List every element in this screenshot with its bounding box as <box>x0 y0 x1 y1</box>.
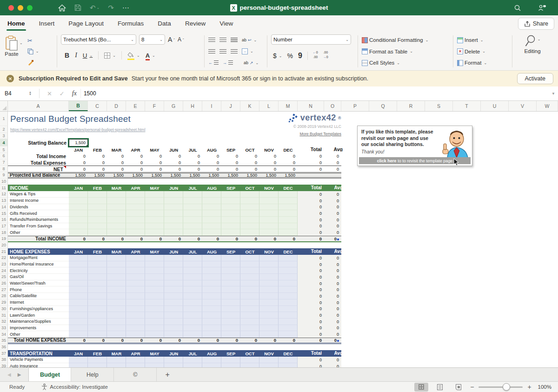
format-cells-button[interactable]: Format⌄ <box>457 58 508 68</box>
cell[interactable] <box>69 198 88 204</box>
cell[interactable]: 0 <box>88 153 107 159</box>
cell[interactable] <box>145 325 164 332</box>
name-box-stepper[interactable]: ▲▼ <box>29 91 32 96</box>
cell[interactable]: 0 <box>69 166 88 172</box>
row-filler[interactable] <box>341 242 558 249</box>
row-header-3[interactable]: 3 <box>0 133 8 139</box>
cell[interactable] <box>126 255 145 261</box>
cell[interactable] <box>259 319 279 325</box>
row-filler[interactable] <box>341 172 558 179</box>
cell[interactable]: Total Expenses <box>8 159 69 166</box>
align-right-icon[interactable] <box>231 49 238 54</box>
formula-bar-expand-icon[interactable]: ▼ <box>551 92 555 96</box>
cell[interactable] <box>183 261 202 268</box>
cell[interactable]: 0 <box>88 236 107 241</box>
cell[interactable] <box>279 357 298 363</box>
tab-page-layout[interactable]: Page Layout <box>68 15 104 32</box>
column-header-L[interactable]: L <box>259 101 279 111</box>
align-top-icon[interactable] <box>208 38 215 42</box>
row-filler[interactable] <box>341 306 558 312</box>
cell[interactable] <box>69 210 88 217</box>
cell[interactable]: JUL <box>183 146 202 153</box>
cell[interactable] <box>183 293 202 299</box>
cell[interactable] <box>240 217 259 223</box>
cell[interactable] <box>145 274 164 280</box>
sheet-tab-help[interactable]: Help <box>71 368 114 381</box>
font-color-button[interactable]: A ⌄ <box>146 50 155 60</box>
cell[interactable]: DEC <box>279 185 298 191</box>
cell[interactable]: FEB <box>88 185 107 191</box>
cell[interactable]: 0 <box>324 191 341 198</box>
cell[interactable] <box>107 312 126 319</box>
row-filler[interactable] <box>341 255 558 261</box>
cell[interactable] <box>107 229 126 236</box>
cell[interactable] <box>221 319 240 325</box>
cell[interactable]: MAR <box>107 248 126 255</box>
cell[interactable]: AUG <box>202 248 221 255</box>
row-header-27[interactable]: 27 <box>0 286 8 293</box>
column-header-S[interactable]: S <box>425 101 453 111</box>
zoom-out-button[interactable]: − <box>470 383 474 391</box>
column-header-B[interactable]: B <box>69 101 88 111</box>
increase-font-button[interactable]: Aˆ <box>168 34 175 45</box>
row-header-9[interactable]: 9 <box>0 172 8 179</box>
cell[interactable]: 0 <box>324 286 341 293</box>
cell[interactable]: 0 <box>324 204 341 211</box>
column-header-E[interactable]: E <box>126 101 145 111</box>
cell[interactable] <box>88 293 107 299</box>
cell[interactable] <box>183 357 202 363</box>
cell[interactable] <box>202 255 221 261</box>
cell[interactable] <box>145 331 164 338</box>
cell[interactable]: 0 <box>145 236 164 241</box>
align-left-icon[interactable] <box>208 49 215 54</box>
cell[interactable] <box>164 191 183 198</box>
cell[interactable] <box>279 306 298 312</box>
cell[interactable]: 0 <box>324 198 341 204</box>
cell[interactable] <box>221 204 240 211</box>
cell[interactable] <box>145 223 164 230</box>
cell[interactable] <box>69 223 88 230</box>
cell[interactable]: MAR <box>107 350 126 357</box>
cell[interactable] <box>126 299 145 306</box>
cell[interactable]: 0 <box>298 267 324 274</box>
row-filler[interactable] <box>341 286 558 293</box>
cell[interactable] <box>145 312 164 319</box>
cell[interactable] <box>107 198 126 204</box>
cell[interactable] <box>69 280 88 287</box>
cell[interactable]: MAY <box>145 248 164 255</box>
cell[interactable] <box>164 198 183 204</box>
cell[interactable]: 1,500 <box>107 173 126 177</box>
cell[interactable]: 0 <box>202 166 221 172</box>
cell[interactable] <box>202 306 221 312</box>
cell[interactable]: 0 <box>240 159 259 166</box>
cell[interactable]: 1,500 <box>88 173 107 177</box>
row-header-26[interactable]: 26 <box>0 280 8 287</box>
cell[interactable]: Phone <box>8 286 69 293</box>
selected-cell-B4[interactable]: 1,500 <box>69 139 88 146</box>
cell[interactable] <box>221 363 240 367</box>
cell[interactable]: 1,500 <box>240 173 259 177</box>
cell[interactable]: 0 <box>164 153 183 159</box>
save-icon[interactable] <box>74 4 81 11</box>
underline-button[interactable]: U⌄ <box>83 50 93 60</box>
activate-button[interactable]: Activate <box>517 73 553 84</box>
cell[interactable] <box>259 255 279 261</box>
cell[interactable] <box>183 229 202 236</box>
cell[interactable] <box>259 293 279 299</box>
cell[interactable] <box>88 331 107 338</box>
cell[interactable] <box>183 363 202 367</box>
cell[interactable]: 0 <box>221 338 240 343</box>
cell[interactable] <box>145 319 164 325</box>
cell[interactable] <box>298 173 324 177</box>
page-layout-view-button[interactable] <box>433 383 447 392</box>
row-filler[interactable] <box>341 229 558 236</box>
section-header-expense[interactable]: TRANSPORTATION <box>8 350 69 357</box>
cell[interactable]: Internet <box>8 299 69 306</box>
cell[interactable]: JAN <box>69 146 88 153</box>
cell[interactable]: JUN <box>164 350 183 357</box>
cell[interactable] <box>126 331 145 338</box>
cell[interactable]: Other <box>8 229 69 236</box>
cell[interactable] <box>183 312 202 319</box>
cell[interactable]: 0 <box>259 159 279 166</box>
cell[interactable] <box>259 280 279 287</box>
